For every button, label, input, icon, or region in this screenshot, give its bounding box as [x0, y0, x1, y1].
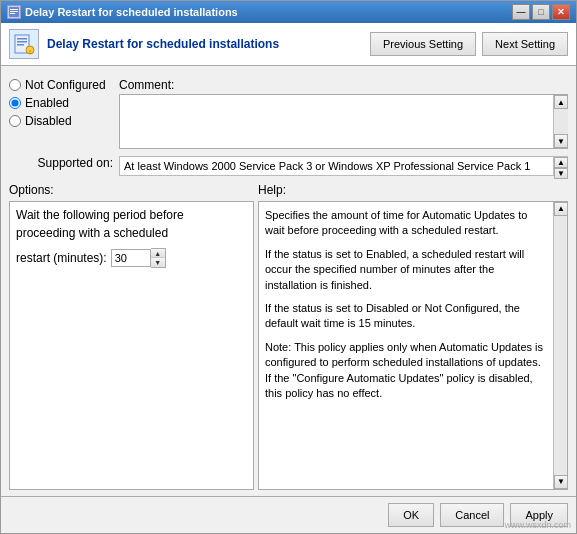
minutes-input-wrap: ▲ ▼: [111, 248, 166, 268]
radio-enabled-input[interactable]: [9, 97, 21, 109]
options-line1: Wait the following period before: [16, 208, 247, 222]
svg-rect-7: [17, 44, 24, 46]
help-para-1: Specifies the amount of time for Automat…: [265, 208, 545, 239]
svg-rect-3: [10, 13, 15, 14]
spin-up-button[interactable]: ▲: [151, 249, 165, 258]
svg-rect-2: [10, 11, 18, 12]
section-headers: Options: Help:: [9, 183, 568, 197]
help-label: Help:: [258, 183, 286, 197]
header-title: Delay Restart for scheduled installation…: [47, 37, 370, 51]
top-area: Not Configured Enabled Disabled Comment:…: [9, 72, 568, 153]
restart-label: restart (minutes):: [16, 251, 107, 265]
main-panels: Wait the following period before proceed…: [9, 201, 568, 490]
supported-scroll-up[interactable]: ▲: [554, 157, 568, 168]
supported-label: Supported on:: [9, 156, 119, 170]
help-scrollbar: ▲ ▼: [553, 202, 567, 489]
main-window: Delay Restart for scheduled installation…: [0, 0, 577, 534]
comment-label: Comment:: [119, 78, 568, 92]
supported-value: At least Windows 2000 Service Pack 3 or …: [124, 160, 530, 172]
comment-scroll-down[interactable]: ▼: [554, 134, 568, 148]
minimize-button[interactable]: —: [512, 4, 530, 20]
maximize-button[interactable]: □: [532, 4, 550, 20]
radio-not-configured-label: Not Configured: [25, 78, 106, 92]
options-label: Options:: [9, 183, 54, 197]
options-line2: proceeding with a scheduled: [16, 226, 247, 240]
minutes-input[interactable]: [111, 249, 151, 267]
help-para-3: If the status is set to Disabled or Not …: [265, 301, 545, 332]
spin-down-button[interactable]: ▼: [151, 258, 165, 267]
next-setting-button[interactable]: Next Setting: [482, 32, 568, 56]
bottom-bar: OK Cancel Apply: [1, 496, 576, 533]
svg-rect-1: [10, 9, 18, 10]
window-icon: [7, 5, 21, 19]
comment-section: Comment: ▲ ▼: [119, 78, 568, 149]
comment-scroll-track: [554, 109, 568, 134]
help-scroll-up[interactable]: ▲: [554, 202, 568, 216]
title-bar: Delay Restart for scheduled installation…: [1, 1, 576, 23]
supported-row: Supported on: At least Windows 2000 Serv…: [9, 153, 568, 179]
radio-not-configured-input[interactable]: [9, 79, 21, 91]
watermark: www.wsxdn.com: [504, 520, 571, 530]
options-area: Wait the following period before proceed…: [16, 208, 247, 483]
restart-row: restart (minutes): ▲ ▼: [16, 248, 247, 268]
radio-disabled-input[interactable]: [9, 115, 21, 127]
content-area: Not Configured Enabled Disabled Comment:…: [1, 66, 576, 496]
spin-buttons: ▲ ▼: [151, 248, 166, 268]
supported-scroll-down[interactable]: ▼: [554, 168, 568, 179]
radio-enabled-label: Enabled: [25, 96, 69, 110]
help-para-4: Note: This policy applies only when Auto…: [265, 340, 545, 402]
header-section: ! Delay Restart for scheduled installati…: [1, 23, 576, 66]
cancel-button[interactable]: Cancel: [440, 503, 504, 527]
ok-button[interactable]: OK: [388, 503, 434, 527]
window-title: Delay Restart for scheduled installation…: [25, 6, 512, 18]
comment-scroll-up[interactable]: ▲: [554, 95, 568, 109]
options-panel: Wait the following period before proceed…: [9, 201, 254, 490]
svg-rect-6: [17, 41, 27, 43]
help-para-2: If the status is set to Enabled, a sched…: [265, 247, 545, 293]
comment-textarea[interactable]: [120, 95, 551, 148]
close-button[interactable]: ✕: [552, 4, 570, 20]
help-header: Help:: [258, 183, 568, 197]
radio-not-configured[interactable]: Not Configured: [9, 78, 119, 92]
svg-rect-5: [17, 38, 27, 40]
radio-enabled[interactable]: Enabled: [9, 96, 119, 110]
supported-value-box: At least Windows 2000 Service Pack 3 or …: [119, 156, 568, 176]
policy-icon: !: [9, 29, 39, 59]
help-content: Specifies the amount of time for Automat…: [265, 208, 561, 401]
supported-scrollbar: ▲ ▼: [553, 157, 567, 175]
header-buttons: Previous Setting Next Setting: [370, 32, 568, 56]
title-controls: — □ ✕: [512, 4, 570, 20]
radio-disabled[interactable]: Disabled: [9, 114, 119, 128]
comment-scrollbar: ▲ ▼: [553, 95, 567, 148]
svg-text:!: !: [29, 49, 31, 55]
options-header: Options:: [9, 183, 254, 197]
prev-setting-button[interactable]: Previous Setting: [370, 32, 476, 56]
help-scroll-down[interactable]: ▼: [554, 475, 568, 489]
radio-group: Not Configured Enabled Disabled: [9, 78, 119, 149]
help-scroll-track: [554, 216, 568, 475]
help-panel: Specifies the amount of time for Automat…: [258, 201, 568, 490]
radio-disabled-label: Disabled: [25, 114, 72, 128]
